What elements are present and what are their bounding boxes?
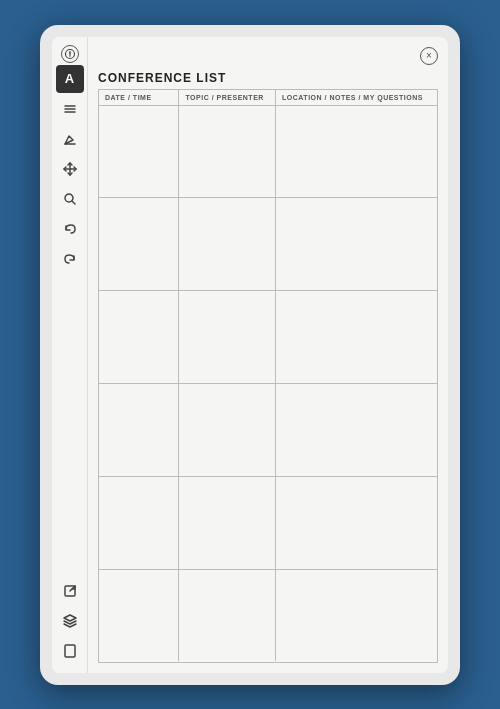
page-title: CONFERENCE LIST [98,71,438,85]
search-icon[interactable] [56,185,84,213]
layers-icon[interactable] [56,607,84,635]
close-icon[interactable]: × [420,47,438,65]
col-header-notes: LOCATION / NOTES / MY QUESTIONS [276,90,437,105]
text-tool-icon[interactable]: A [56,65,84,93]
cell-notes-6 [276,570,437,662]
cell-date-3 [99,291,179,383]
eraser-icon[interactable] [56,125,84,153]
cell-date-5 [99,477,179,569]
table-row [99,198,437,291]
table-header: DATE / TIME TOPIC / PRESENTER LOCATION /… [99,90,437,106]
table-row [99,384,437,477]
cell-notes-2 [276,198,437,290]
svg-point-2 [69,51,70,52]
undo-icon[interactable] [56,215,84,243]
cell-topic-2 [179,198,276,290]
cell-topic-1 [179,106,276,198]
sidebar: A [52,37,88,673]
cell-topic-6 [179,570,276,662]
cell-topic-4 [179,384,276,476]
page-icon[interactable] [56,637,84,665]
cell-notes-4 [276,384,437,476]
table-row [99,477,437,570]
main-content: × CONFERENCE LIST DATE / TIME TOPIC / PR… [88,37,448,673]
cell-date-2 [99,198,179,290]
info-icon[interactable] [61,45,79,63]
device: A [40,25,460,685]
cell-date-1 [99,106,179,198]
device-inner: A [52,37,448,673]
svg-rect-13 [65,645,75,657]
table-row [99,106,437,199]
top-bar: × [98,47,438,65]
cell-notes-3 [276,291,437,383]
svg-point-9 [65,194,73,202]
table-row [99,291,437,384]
col-header-date: DATE / TIME [99,90,179,105]
cell-topic-5 [179,477,276,569]
cell-notes-5 [276,477,437,569]
export-icon[interactable] [56,577,84,605]
cell-date-4 [99,384,179,476]
cell-date-6 [99,570,179,662]
svg-line-10 [72,201,75,204]
cell-notes-1 [276,106,437,198]
conference-table: DATE / TIME TOPIC / PRESENTER LOCATION /… [98,89,438,663]
col-header-topic: TOPIC / PRESENTER [179,90,276,105]
menu-icon[interactable] [56,95,84,123]
move-icon[interactable] [56,155,84,183]
table-body [99,106,437,662]
table-row [99,570,437,662]
cell-topic-3 [179,291,276,383]
redo-icon[interactable] [56,245,84,273]
